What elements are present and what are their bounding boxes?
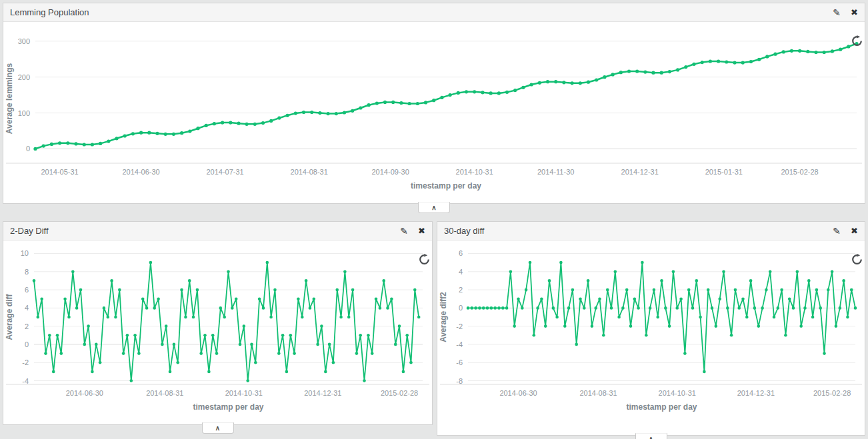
svg-text:300: 300 xyxy=(18,37,30,45)
svg-text:2014-08-31: 2014-08-31 xyxy=(291,168,328,176)
collapse-toggle[interactable]: ∧ xyxy=(418,202,450,213)
svg-text:-2: -2 xyxy=(22,358,29,366)
close-icon[interactable]: ✖ xyxy=(851,226,858,235)
panel-header[interactable]: 2-Day Diff ✎ ✖ xyxy=(3,222,432,240)
svg-text:2015-01-31: 2015-01-31 xyxy=(705,168,743,176)
svg-text:4: 4 xyxy=(25,304,29,312)
svg-text:6: 6 xyxy=(25,286,29,294)
panel-actions: ✎ ✖ xyxy=(833,226,858,236)
panel-title: 2-Day Diff xyxy=(10,226,49,236)
svg-text:0: 0 xyxy=(25,340,29,348)
svg-text:2015-02-28: 2015-02-28 xyxy=(381,389,418,397)
svg-text:2014-06-30: 2014-06-30 xyxy=(122,168,159,176)
svg-text:100: 100 xyxy=(18,109,30,117)
svg-text:-8: -8 xyxy=(456,377,463,385)
panel-actions: ✎ ✖ xyxy=(400,226,425,236)
chevron-up-icon: ∧ xyxy=(215,424,220,432)
svg-text:-4: -4 xyxy=(22,377,29,385)
svg-text:2: 2 xyxy=(459,286,463,294)
svg-text:-6: -6 xyxy=(456,358,463,366)
close-icon[interactable]: ✖ xyxy=(418,226,425,235)
svg-text:Average diff2: Average diff2 xyxy=(439,292,448,342)
chevron-up-icon: ∧ xyxy=(649,435,653,439)
svg-text:200: 200 xyxy=(18,73,30,81)
thirty-day-diff-chart[interactable]: -8-6-4-202462014-06-302014-08-312014-10-… xyxy=(437,240,865,435)
svg-text:2014-12-31: 2014-12-31 xyxy=(737,389,775,397)
chevron-up-icon: ∧ xyxy=(431,204,436,211)
panel-header[interactable]: 30-day diff ✎ ✖ xyxy=(437,222,865,240)
svg-text:2014-07-31: 2014-07-31 xyxy=(206,168,243,176)
reset-zoom-icon[interactable] xyxy=(851,254,863,265)
panel-lemming-population: Lemming Population ✎ ✖ 01002003002014-05… xyxy=(3,3,865,204)
svg-text:2014-10-31: 2014-10-31 xyxy=(659,389,696,397)
svg-text:2014-10-31: 2014-10-31 xyxy=(225,389,263,397)
svg-text:6: 6 xyxy=(459,249,463,257)
visualization-area: -8-6-4-202462014-06-302014-08-312014-10-… xyxy=(437,240,865,435)
svg-text:2014-12-31: 2014-12-31 xyxy=(621,168,659,176)
svg-text:2014-11-30: 2014-11-30 xyxy=(537,168,574,176)
panel-30-day-diff: 30-day diff ✎ ✖ -8-6-4-202462014-06-3020… xyxy=(437,221,865,436)
svg-text:2014-06-30: 2014-06-30 xyxy=(66,389,103,397)
panel-title: 30-day diff xyxy=(444,226,484,236)
edit-pencil-icon[interactable]: ✎ xyxy=(400,226,408,236)
panel-actions: ✎ ✖ xyxy=(833,8,858,17)
svg-text:0: 0 xyxy=(26,145,30,153)
svg-text:-4: -4 xyxy=(456,340,463,348)
svg-text:2014-08-31: 2014-08-31 xyxy=(579,389,617,397)
svg-text:2014-10-31: 2014-10-31 xyxy=(456,168,493,176)
visualization-area: 01002003002014-05-312014-06-302014-07-31… xyxy=(3,22,865,203)
svg-text:4: 4 xyxy=(459,268,463,276)
svg-text:2014-05-31: 2014-05-31 xyxy=(41,168,78,176)
reset-zoom-icon[interactable] xyxy=(419,254,430,265)
svg-text:2015-02-28: 2015-02-28 xyxy=(781,168,818,176)
svg-text:Average diff: Average diff xyxy=(5,294,14,340)
svg-text:10: 10 xyxy=(21,249,29,257)
svg-text:Average lemmings: Average lemmings xyxy=(5,63,14,135)
svg-text:-2: -2 xyxy=(456,322,463,330)
two-day-diff-chart[interactable]: -4-202468102014-06-302014-08-312014-10-3… xyxy=(3,240,432,424)
svg-text:timestamp per day: timestamp per day xyxy=(193,402,263,412)
svg-text:timestamp per day: timestamp per day xyxy=(626,402,697,412)
panel-2-day-diff: 2-Day Diff ✎ ✖ -4-202468102014-06-302014… xyxy=(3,221,433,425)
svg-text:2014-12-31: 2014-12-31 xyxy=(304,389,341,397)
svg-text:0: 0 xyxy=(459,304,463,312)
panel-title: Lemming Population xyxy=(10,7,89,17)
collapse-toggle[interactable]: ∧ xyxy=(202,422,234,434)
svg-text:2014-09-30: 2014-09-30 xyxy=(372,168,409,176)
svg-text:2015-02-28: 2015-02-28 xyxy=(813,389,851,397)
edit-pencil-icon[interactable]: ✎ xyxy=(833,8,841,17)
panel-header[interactable]: Lemming Population ✎ ✖ xyxy=(3,3,865,22)
reset-zoom-icon[interactable] xyxy=(851,35,863,47)
close-icon[interactable]: ✖ xyxy=(851,8,858,17)
svg-text:2014-08-31: 2014-08-31 xyxy=(146,389,183,397)
svg-text:timestamp per day: timestamp per day xyxy=(411,181,481,191)
collapse-toggle[interactable]: ∧ xyxy=(635,433,667,439)
svg-text:2014-06-30: 2014-06-30 xyxy=(499,389,537,397)
edit-pencil-icon[interactable]: ✎ xyxy=(833,226,841,236)
svg-text:2: 2 xyxy=(25,322,29,330)
svg-text:8: 8 xyxy=(25,268,29,276)
lemming-population-chart[interactable]: 01002003002014-05-312014-06-302014-07-31… xyxy=(3,22,865,203)
visualization-area: -4-202468102014-06-302014-08-312014-10-3… xyxy=(3,240,432,424)
